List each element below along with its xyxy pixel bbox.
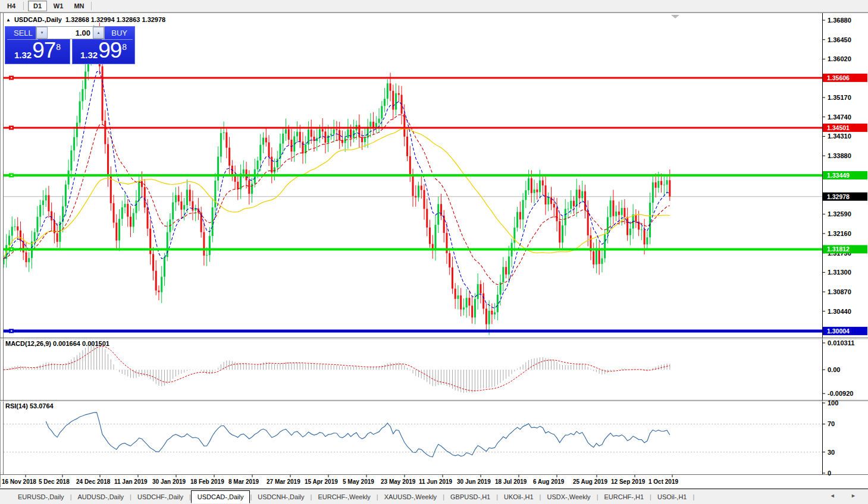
- toolbar-separator: [23, 2, 24, 10]
- svg-text:1.30440: 1.30440: [828, 308, 851, 315]
- timeframe-button-mn[interactable]: MN: [70, 1, 89, 11]
- chart-ohlc-values: 1.32868 1.32994 1.32863 1.32978: [65, 16, 165, 23]
- chart-title-bar: ▲ USDCAD-,Daily 1.32868 1.32994 1.32863 …: [6, 16, 165, 23]
- chart-canvas[interactable]: 1.368801.364501.360201.351701.347401.343…: [0, 12, 868, 489]
- svg-text:1.31300: 1.31300: [828, 269, 851, 276]
- macd-panel: 0.0103110.00-0.00920: [4, 339, 854, 397]
- price-axis[interactable]: 1.368801.364501.360201.351701.347401.343…: [822, 17, 851, 315]
- buy-price-prefix: 1.32: [80, 51, 98, 59]
- tab-usdx-weekly[interactable]: USDX-,Weekly: [541, 491, 596, 503]
- sell-price-fraction: 8: [56, 43, 61, 51]
- svg-text:70: 70: [828, 420, 835, 427]
- svg-text:100: 100: [828, 399, 838, 407]
- svg-text:-0.00920: -0.00920: [828, 390, 853, 397]
- svg-text:25 Aug 2019: 25 Aug 2019: [573, 478, 607, 485]
- svg-text:1.33449: 1.33449: [827, 172, 850, 179]
- date-axis[interactable]: 16 Nov 20185 Dec 201824 Dec 201811 Jan 2…: [2, 475, 678, 485]
- svg-text:1 Oct 2019: 1 Oct 2019: [648, 478, 678, 485]
- svg-text:0.010311: 0.010311: [828, 339, 854, 346]
- buy-price-pips: 99: [98, 39, 121, 61]
- tab-usdchf-daily[interactable]: USDCHF-,Daily: [131, 491, 189, 503]
- svg-text:11 Jun 2019: 11 Jun 2019: [419, 478, 453, 485]
- svg-text:30 Jan 2019: 30 Jan 2019: [152, 478, 186, 485]
- svg-text:1.34501: 1.34501: [827, 124, 850, 131]
- svg-text:1.36450: 1.36450: [828, 36, 851, 43]
- svg-text:30 Jun 2019: 30 Jun 2019: [457, 478, 491, 485]
- tab-separator: |: [692, 493, 694, 500]
- tab-usdcad-daily[interactable]: USDCAD-,Daily: [191, 490, 250, 503]
- svg-text:24 Dec 2018: 24 Dec 2018: [76, 478, 111, 485]
- current-price-line: 1.32978: [4, 193, 867, 201]
- svg-text:27 Mar 2019: 27 Mar 2019: [267, 478, 300, 485]
- svg-text:1.36880: 1.36880: [828, 17, 851, 24]
- timeframe-button-w1[interactable]: W1: [49, 1, 68, 11]
- svg-text:1.30004: 1.30004: [827, 327, 850, 335]
- svg-text:1.35170: 1.35170: [828, 94, 851, 101]
- timeframe-toolbar: H4D1W1MN: [0, 0, 868, 12]
- volume-decrease-button[interactable]: ▾: [36, 27, 48, 39]
- symbol-tab-bar: EURUSD-,Daily|AUDUSD-,Daily|USDCHF-,Dail…: [0, 489, 868, 504]
- svg-text:18 Jul 2019: 18 Jul 2019: [495, 478, 527, 485]
- svg-text:15 Apr 2019: 15 Apr 2019: [305, 478, 338, 485]
- macd-indicator-label: MACD(12,26,9) 0.001664 0.001501: [5, 340, 109, 347]
- rsi-indicator-label: RSI(14) 53.0764: [5, 402, 54, 410]
- volume-control: ▾ ▴: [36, 26, 105, 39]
- svg-text:5 May 2019: 5 May 2019: [343, 478, 374, 485]
- buy-price-fraction: 8: [122, 43, 127, 51]
- svg-text:1.30870: 1.30870: [828, 288, 851, 295]
- toolbar-separator: [91, 2, 92, 10]
- tab-usdcnh-daily[interactable]: USDCNH-,Daily: [252, 491, 310, 503]
- tab-ukoil-h1[interactable]: UKOil-,H1: [498, 491, 540, 503]
- svg-text:16 Nov 2018: 16 Nov 2018: [2, 478, 36, 485]
- svg-text:1.32590: 1.32590: [828, 210, 851, 218]
- timeframe-button-h4[interactable]: H4: [2, 1, 21, 11]
- sell-price-prefix: 1.32: [14, 51, 32, 59]
- sell-price-pips: 97: [32, 39, 55, 61]
- buy-button[interactable]: BUY: [111, 29, 127, 37]
- svg-text:1.35606: 1.35606: [827, 74, 850, 81]
- tab-scroll-arrows[interactable]: ◄ ►: [830, 493, 863, 499]
- one-click-trading-panel: SELL 1.32 97 8 BUY 1.32 99 8 ▾ ▴: [5, 26, 135, 64]
- svg-text:23 May 2019: 23 May 2019: [381, 478, 416, 485]
- chart-symbol-label: USDCAD-,Daily: [14, 16, 62, 23]
- chart-window: 1.368801.364501.360201.351701.347401.343…: [0, 12, 868, 489]
- svg-text:8 Mar 2019: 8 Mar 2019: [228, 478, 259, 485]
- svg-text:0: 0: [828, 470, 831, 477]
- tab-eurusd-daily[interactable]: EURUSD-,Daily: [12, 491, 70, 503]
- rsi-panel: 10070300: [4, 399, 838, 477]
- svg-text:12 Sep 2019: 12 Sep 2019: [611, 478, 645, 485]
- tab-eurchf-h1[interactable]: EURCHF-,H1: [598, 491, 650, 503]
- volume-increase-button[interactable]: ▴: [93, 27, 104, 39]
- tab-eurchf-weekly[interactable]: EURCHF-,Weekly: [312, 491, 376, 503]
- svg-text:11 Jan 2019: 11 Jan 2019: [114, 478, 148, 485]
- svg-text:1.32978: 1.32978: [827, 193, 850, 200]
- svg-text:30: 30: [828, 449, 835, 456]
- timeframe-button-d1[interactable]: D1: [28, 1, 47, 11]
- svg-text:1.34740: 1.34740: [828, 114, 851, 121]
- moving-average-lines: [4, 71, 670, 308]
- svg-text:1.32160: 1.32160: [828, 230, 851, 237]
- tab-usoil-h1[interactable]: USOil-,H1: [651, 491, 693, 503]
- svg-text:1.36020: 1.36020: [828, 55, 851, 62]
- collapse-triangle-icon[interactable]: ▲: [6, 17, 11, 23]
- chart-shift-marker-icon[interactable]: [671, 15, 679, 18]
- svg-text:18 Feb 2019: 18 Feb 2019: [190, 478, 224, 485]
- volume-input[interactable]: [48, 27, 93, 39]
- sell-price[interactable]: 1.32 97 8: [5, 39, 70, 61]
- svg-text:5 Dec 2018: 5 Dec 2018: [39, 478, 70, 485]
- tab-gbpusd-h1[interactable]: GBPUSD-,H1: [444, 491, 496, 503]
- tab-xauusd-weekly[interactable]: XAUUSD-,Weekly: [378, 491, 443, 503]
- svg-text:1.33880: 1.33880: [828, 152, 851, 159]
- svg-text:1.34310: 1.34310: [828, 133, 851, 140]
- sell-button[interactable]: SELL: [14, 29, 33, 37]
- svg-text:1.31812: 1.31812: [827, 245, 850, 253]
- tab-audusd-daily[interactable]: AUDUSD-,Daily: [71, 491, 130, 503]
- svg-text:6 Aug 2019: 6 Aug 2019: [533, 478, 565, 485]
- buy-price[interactable]: 1.32 99 8: [73, 39, 134, 61]
- svg-text:0.00: 0.00: [828, 366, 840, 373]
